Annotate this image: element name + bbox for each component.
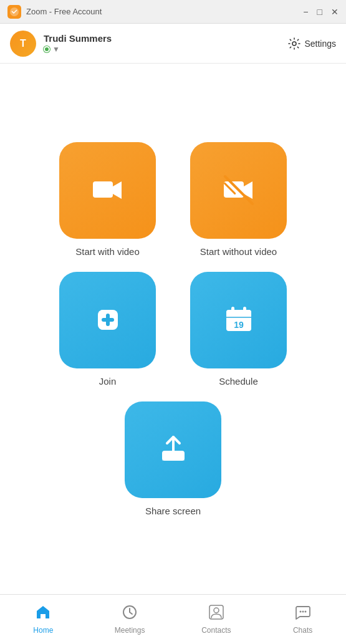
status-dot: [44, 46, 50, 52]
gear-icon: [288, 37, 300, 50]
svg-point-1: [292, 42, 296, 46]
settings-label: Settings: [304, 39, 336, 49]
clock-icon: [122, 604, 138, 623]
meetings-label: Meetings: [115, 626, 145, 635]
join-label: Join: [99, 376, 117, 387]
chevron-down-icon: ▼: [52, 45, 60, 54]
share-screen-icon: [155, 431, 192, 468]
profile-bar: T Trudi Summers ▼ Settings: [0, 24, 346, 64]
start-video-button[interactable]: [59, 142, 156, 239]
svg-rect-2: [93, 181, 113, 198]
svg-rect-20: [231, 307, 234, 312]
svg-point-28: [214, 608, 219, 613]
plus-icon: [89, 301, 127, 339]
user-name: Trudi Summers: [44, 33, 112, 44]
svg-rect-21: [243, 307, 246, 312]
avatar: T: [10, 31, 36, 57]
video-off-icon: [220, 171, 257, 209]
share-screen-row: Share screen: [55, 401, 292, 516]
title-bar-left: Zoom - Free Account: [7, 5, 102, 19]
schedule-wrapper[interactable]: 19 Schedule: [186, 272, 292, 387]
join-button[interactable]: [59, 272, 156, 368]
settings-button[interactable]: Settings: [288, 37, 336, 50]
nav-home[interactable]: Home: [0, 599, 87, 640]
chats-label: Chats: [293, 626, 312, 635]
close-button[interactable]: ✕: [331, 7, 339, 16]
svg-point-31: [304, 611, 306, 613]
nav-contacts[interactable]: Contacts: [173, 599, 260, 640]
svg-rect-25: [162, 456, 185, 461]
status-indicator[interactable]: ▼: [44, 45, 112, 54]
app-title: Zoom - Free Account: [26, 7, 102, 16]
share-screen-label: Share screen: [145, 506, 201, 516]
svg-point-29: [299, 611, 301, 613]
share-screen-button[interactable]: [125, 401, 221, 498]
contact-icon: [208, 604, 224, 623]
window-controls[interactable]: − □ ✕: [303, 7, 339, 16]
title-bar: Zoom - Free Account − □ ✕: [0, 0, 346, 24]
maximize-button[interactable]: □: [317, 7, 322, 16]
video-camera-icon: [89, 171, 127, 209]
user-info: Trudi Summers ▼: [44, 33, 112, 54]
svg-point-30: [302, 611, 304, 613]
calendar-icon: 19: [220, 301, 257, 339]
start-video-wrapper[interactable]: Start with video: [55, 142, 161, 257]
join-wrapper[interactable]: Join: [55, 272, 161, 387]
minimize-button[interactable]: −: [303, 7, 308, 16]
start-video-label: Start with video: [75, 246, 140, 257]
home-icon: [35, 604, 51, 623]
start-no-video-wrapper[interactable]: Start without video: [186, 142, 292, 257]
buttons-grid: Start with video Start without video: [55, 142, 292, 387]
schedule-label: Schedule: [219, 376, 258, 387]
profile-left: T Trudi Summers ▼: [10, 31, 112, 57]
svg-text:19: 19: [234, 320, 244, 330]
home-label: Home: [33, 626, 53, 635]
bottom-nav: Home Meetings Contacts: [0, 594, 346, 644]
start-no-video-button[interactable]: [190, 142, 287, 239]
nav-meetings[interactable]: Meetings: [87, 599, 173, 640]
main-content: Start with video Start without video: [0, 64, 346, 594]
app-icon: [7, 5, 21, 19]
contacts-label: Contacts: [201, 626, 231, 635]
svg-rect-11: [102, 318, 114, 322]
share-screen-wrapper[interactable]: Share screen: [125, 401, 221, 516]
schedule-button[interactable]: 19: [190, 272, 287, 368]
start-no-video-label: Start without video: [200, 246, 277, 257]
chat-icon: [295, 604, 311, 623]
nav-chats[interactable]: Chats: [259, 599, 346, 640]
